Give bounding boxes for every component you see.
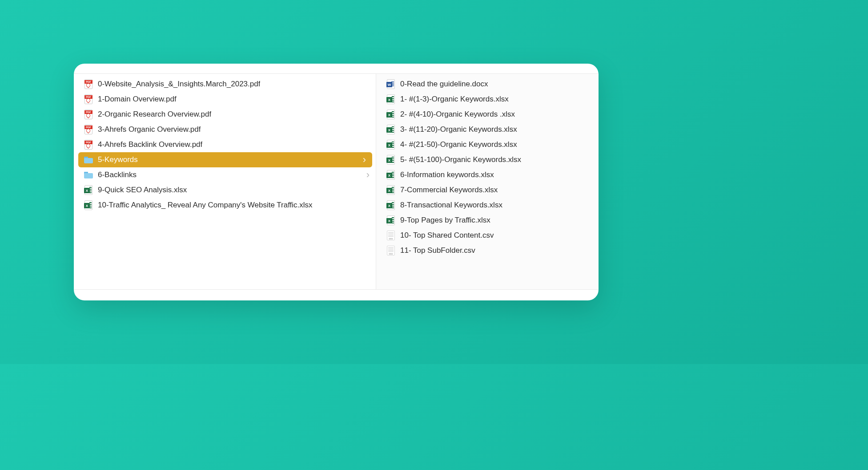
filename-label: 9-Quick SEO Analysis.xlsx — [98, 186, 187, 194]
filename-label: 4-Ahrefs Backlink Overview.pdf — [98, 140, 202, 149]
file-item[interactable]: X6-Information keywords.xlsx — [376, 167, 599, 182]
svg-rect-3 — [84, 173, 93, 178]
filename-label: 1-Domain Overview.pdf — [98, 95, 177, 104]
file-item[interactable]: X5- #(51-100)-Organic Keywords.xlsx — [376, 152, 599, 167]
folder-item[interactable]: 5-Keywords — [78, 152, 372, 167]
pdf-icon — [84, 109, 93, 119]
filename-label: 3-Ahrefs Organic Overview.pdf — [98, 125, 201, 134]
xlsx-icon: X — [386, 215, 396, 225]
pdf-icon — [84, 94, 93, 104]
file-item[interactable]: X8-Transactional Keywords.xlsx — [376, 198, 599, 213]
file-item[interactable]: W0-Read the guideline.docx — [376, 77, 599, 92]
file-item[interactable]: X3- #(11-20)-Organic Keywords.xlsx — [376, 122, 599, 137]
filename-label: 9-Top Pages by Traffic.xlsx — [400, 216, 490, 225]
filename-label: 0-Website_Analysis_&_Insights.March_2023… — [98, 80, 260, 89]
folder-item[interactable]: 6-Backlinks — [74, 167, 376, 182]
filename-label: 7-Commercial Keywords.xlsx — [400, 186, 498, 194]
svg-rect-1 — [84, 158, 93, 163]
filename-label: 3- #(11-20)-Organic Keywords.xlsx — [400, 125, 517, 134]
file-item[interactable]: 10- Top Shared Content.csv — [376, 228, 599, 243]
filename-label: 1- #(1-3)-Organic Keywords.xlsx — [400, 95, 509, 104]
pdf-icon — [84, 125, 93, 134]
filename-label: 6-Information keywords.xlsx — [400, 170, 494, 179]
filename-label: 5- #(51-100)-Organic Keywords.xlsx — [400, 155, 521, 164]
file-item[interactable]: X7-Commercial Keywords.xlsx — [376, 182, 599, 198]
file-item[interactable]: 2-Organic Research Overview.pdf — [74, 107, 376, 122]
finder-window: 0-Website_Analysis_&_Insights.March_2023… — [74, 64, 599, 300]
xlsx-icon: X — [386, 155, 396, 165]
xlsx-icon: X — [386, 170, 396, 180]
file-item[interactable]: X10-Traffic Analytics_ Reveal Any Compan… — [74, 198, 376, 213]
filename-label: 0-Read the guideline.docx — [400, 80, 488, 89]
file-item[interactable]: X9-Top Pages by Traffic.xlsx — [376, 213, 599, 228]
xlsx-icon: X — [386, 140, 396, 150]
file-item[interactable]: 4-Ahrefs Backlink Overview.pdf — [74, 137, 376, 152]
xlsx-icon: X — [84, 185, 93, 195]
csv-icon — [386, 246, 396, 255]
xlsx-icon: X — [84, 200, 93, 210]
filename-label: 10-Traffic Analytics_ Reveal Any Company… — [98, 201, 313, 210]
file-item[interactable]: 3-Ahrefs Organic Overview.pdf — [74, 122, 376, 137]
file-item[interactable]: 0-Website_Analysis_&_Insights.March_2023… — [74, 77, 376, 92]
file-item[interactable]: X1- #(1-3)-Organic Keywords.xlsx — [376, 92, 599, 107]
filename-label: 6-Backlinks — [98, 170, 137, 179]
filename-label: 8-Transactional Keywords.xlsx — [400, 201, 502, 210]
column-view: 0-Website_Analysis_&_Insights.March_2023… — [74, 73, 599, 290]
xlsx-icon: X — [386, 200, 396, 210]
file-item[interactable]: 11- Top SubFolder.csv — [376, 243, 599, 258]
file-item[interactable]: X9-Quick SEO Analysis.xlsx — [74, 182, 376, 198]
column-right: W0-Read the guideline.docxX1- #(1-3)-Org… — [376, 74, 599, 289]
column-left: 0-Website_Analysis_&_Insights.March_2023… — [74, 74, 376, 289]
folder-icon — [84, 155, 93, 165]
csv-icon — [386, 231, 396, 240]
filename-label: 2- #(4-10)-Organic Keywords .xlsx — [400, 110, 515, 119]
file-item[interactable]: 1-Domain Overview.pdf — [74, 92, 376, 107]
pdf-icon — [84, 140, 93, 150]
pdf-icon — [84, 79, 93, 89]
filename-label: 10- Top Shared Content.csv — [400, 231, 494, 240]
filename-label: 4- #(21-50)-Organic Keywords.xlsx — [400, 140, 517, 149]
folder-icon — [84, 170, 93, 180]
xlsx-icon: X — [386, 109, 396, 119]
xlsx-icon: X — [386, 185, 396, 195]
file-item[interactable]: X2- #(4-10)-Organic Keywords .xlsx — [376, 107, 599, 122]
filename-label: 2-Organic Research Overview.pdf — [98, 110, 211, 119]
xlsx-icon: X — [386, 94, 396, 104]
docx-icon: W — [386, 79, 396, 89]
filename-label: 5-Keywords — [98, 155, 138, 164]
xlsx-icon: X — [386, 125, 396, 134]
file-item[interactable]: X4- #(21-50)-Organic Keywords.xlsx — [376, 137, 599, 152]
filename-label: 11- Top SubFolder.csv — [400, 246, 475, 255]
